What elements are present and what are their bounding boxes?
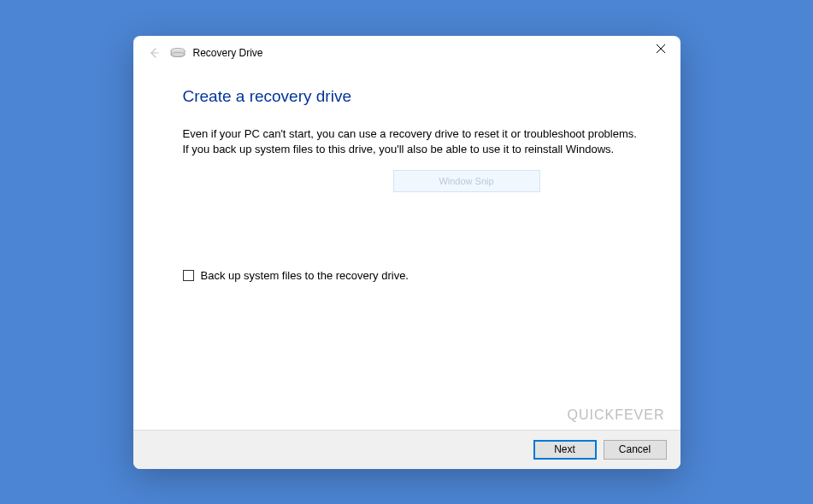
dialog-footer: Next Cancel <box>133 430 680 469</box>
backup-checkbox[interactable] <box>183 270 194 281</box>
page-description: Even if your PC can't start, you can use… <box>183 126 645 159</box>
back-button[interactable] <box>144 43 164 63</box>
window-title: Recovery Drive <box>193 47 263 59</box>
backup-checkbox-row[interactable]: Back up system files to the recovery dri… <box>183 269 646 282</box>
backup-checkbox-label[interactable]: Back up system files to the recovery dri… <box>201 269 409 282</box>
next-button[interactable]: Next <box>533 440 597 460</box>
watermark: QUICKFEVER <box>567 407 664 423</box>
titlebar: Recovery Drive <box>133 36 680 70</box>
close-button[interactable] <box>641 36 680 62</box>
page-heading: Create a recovery drive <box>183 87 646 106</box>
cancel-button[interactable]: Cancel <box>604 440 667 460</box>
back-arrow-icon <box>147 46 161 60</box>
recovery-drive-dialog: Recovery Drive Window Snip Create a reco… <box>133 36 680 469</box>
close-icon <box>657 44 665 53</box>
dialog-content: Window Snip Create a recovery drive Even… <box>133 70 680 430</box>
drive-icon <box>169 47 186 59</box>
snip-ghost-overlay: Window Snip <box>393 170 540 192</box>
